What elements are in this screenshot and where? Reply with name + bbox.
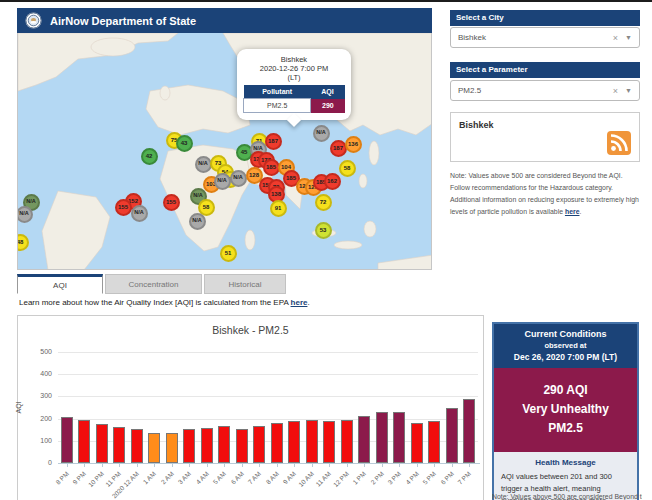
- chart-gridline: [58, 374, 478, 375]
- popup-city: Bishkek: [243, 55, 345, 64]
- aqi-map-marker[interactable]: 42: [141, 148, 158, 165]
- clear-icon[interactable]: ×: [613, 86, 618, 96]
- aqi-map-marker[interactable]: 155: [163, 194, 180, 211]
- popup-col-pollutant: Pollutant: [244, 85, 311, 99]
- note-here-link[interactable]: here: [565, 208, 580, 215]
- aqi-bar: [78, 420, 90, 463]
- current-conditions-title: Current Conditions: [496, 329, 635, 339]
- x-axis-tick: [294, 464, 295, 467]
- tab-historical[interactable]: Historical: [204, 274, 286, 294]
- aqi-bar: [61, 417, 73, 463]
- aqi-bar: [306, 420, 318, 463]
- y-axis-tick-label: 500: [24, 348, 52, 355]
- city-select-value: Bishkek: [458, 33, 613, 42]
- x-axis-tick: [399, 464, 400, 467]
- tab-concentration[interactable]: Concentration: [105, 274, 202, 294]
- clear-icon[interactable]: ×: [613, 33, 618, 43]
- aqi-map-marker[interactable]: N/A: [189, 213, 206, 230]
- aqi-map-marker[interactable]: N/A: [131, 205, 148, 222]
- health-message-heading: Health Message: [501, 458, 630, 467]
- x-axis-tick: [347, 464, 348, 467]
- current-aqi-pollutant: PM2.5: [496, 419, 635, 438]
- aqi-bar: [341, 420, 353, 463]
- x-axis-tick: [312, 464, 313, 467]
- aqi-bar: [253, 426, 265, 463]
- y-axis-tick-label: 400: [24, 370, 52, 377]
- aqi-map-marker[interactable]: 58: [339, 160, 356, 177]
- x-axis-tick: [119, 464, 120, 467]
- chevron-down-icon[interactable]: ▼: [625, 87, 632, 94]
- aqi-map-marker[interactable]: 51: [220, 245, 237, 262]
- chevron-down-icon[interactable]: ▼: [625, 34, 632, 41]
- aqi-bar: [323, 421, 335, 463]
- x-axis-tick: [452, 464, 453, 467]
- chart-plot-area: 0100200300400500AQI8 PM9 PM10 PM11 PM202…: [18, 316, 485, 500]
- main-column: AirNow Department of State: [17, 8, 432, 270]
- aqi-map-marker[interactable]: 185: [263, 159, 280, 176]
- x-axis-tick: [469, 464, 470, 467]
- aqi-map-marker[interactable]: 91: [270, 200, 287, 217]
- x-axis-tick: [84, 464, 85, 467]
- aqi-chart-panel: Bishkek - PM2.5 0100200300400500AQI8 PM9…: [17, 315, 484, 500]
- city-select[interactable]: Bishkek × ▼: [450, 27, 640, 48]
- bottom-note-clipped: Note: Values above 500 are considered Be…: [492, 493, 642, 500]
- aqi-bar: [148, 433, 160, 463]
- popup-col-aqi: AQI: [311, 85, 345, 99]
- aqi-map-marker[interactable]: 187: [330, 140, 347, 157]
- x-axis-tick: [102, 464, 103, 467]
- learn-more-suffix: .: [307, 298, 309, 307]
- aqi-bar: [236, 429, 248, 463]
- world-map[interactable]: 754342N/A735470N/A103N/AN/A58N/AN/AN/A48…: [17, 33, 432, 270]
- chart-gridline: [58, 419, 478, 420]
- aqi-bar: [201, 428, 213, 463]
- aqi-map-marker[interactable]: 162: [324, 173, 341, 190]
- y-axis-tick-label: 200: [24, 415, 52, 422]
- parameter-select[interactable]: PM2.5 × ▼: [450, 80, 640, 101]
- aqi-bar: [411, 423, 423, 463]
- aqi-bar: [183, 429, 195, 463]
- map-popup: Bishkek 2020-12-26 7:00 PM (LT) Pollutan…: [237, 49, 351, 120]
- aqi-bar: [376, 412, 388, 463]
- aqi-map-marker[interactable]: N/A: [195, 156, 212, 173]
- current-aqi-block: 290 AQI Very Unhealthy PM2.5: [494, 368, 637, 452]
- aqi-bar: [271, 423, 283, 463]
- select-parameter-header: Select a Parameter: [450, 62, 640, 78]
- aqi-bar: [113, 427, 125, 463]
- aqi-map-marker[interactable]: 187: [265, 133, 282, 150]
- aqi-map-marker[interactable]: 155: [115, 199, 132, 216]
- x-axis-tick: [137, 464, 138, 467]
- app-header: AirNow Department of State: [17, 8, 432, 33]
- aqi-map-marker[interactable]: 48: [17, 234, 29, 251]
- x-axis-tick: [172, 464, 173, 467]
- tab-aqi[interactable]: AQI: [17, 274, 103, 294]
- aqi-bar: [218, 426, 230, 463]
- aqi-bar: [428, 421, 440, 463]
- popup-pollutant-value: PM2.5: [244, 99, 311, 113]
- aqi-map-marker[interactable]: 53: [315, 222, 332, 239]
- parameter-select-value: PM2.5: [458, 86, 613, 95]
- aqi-bar: [166, 433, 178, 463]
- rss-icon[interactable]: [607, 131, 631, 155]
- popup-datetime: 2020-12-26 7:00 PM: [243, 64, 345, 73]
- aqi-map-marker[interactable]: 136: [345, 136, 362, 153]
- observed-at-label: observed at: [496, 341, 635, 350]
- x-axis-tick: [417, 464, 418, 467]
- aqi-map-marker[interactable]: N/A: [214, 173, 231, 190]
- popup-aqi-value: 290: [311, 99, 345, 113]
- aqi-map-marker[interactable]: N/A: [17, 206, 33, 223]
- x-axis-tick: [434, 464, 435, 467]
- aqi-map-marker[interactable]: N/A: [313, 125, 330, 142]
- aqi-bar: [446, 408, 458, 464]
- aqi-map-marker[interactable]: 72: [315, 194, 332, 211]
- aqi-bar: [393, 412, 405, 463]
- y-axis-tick-label: 0: [24, 459, 52, 466]
- aqi-map-marker[interactable]: N/A: [230, 170, 247, 187]
- learn-more-text: Learn more about how the Air Quality Ind…: [19, 298, 310, 307]
- app-title: AirNow Department of State: [50, 15, 196, 27]
- aqi-bar: [131, 429, 143, 463]
- airnow-page: AirNow Department of State: [0, 0, 652, 500]
- aqi-map-marker[interactable]: 43: [176, 135, 193, 152]
- epa-here-link[interactable]: here: [291, 298, 308, 307]
- aqi-bar: [288, 421, 300, 463]
- aqi-bar: [358, 416, 370, 463]
